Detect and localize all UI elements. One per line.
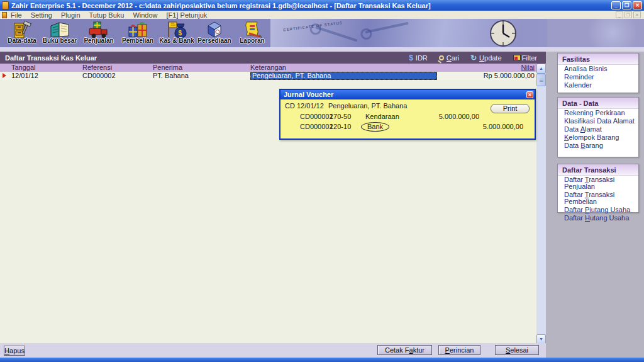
voucher-type: CD	[285, 102, 295, 110]
search-label: Cari	[447, 54, 459, 62]
perincian-button[interactable]: Perincian	[438, 345, 480, 355]
column-header-penerima[interactable]: Penerima	[153, 64, 182, 72]
minimize-button[interactable]: _	[611, 1, 621, 9]
sidebar-section-title: Daftar Transaksi	[558, 164, 638, 176]
sidebar-item-kalender[interactable]: Kalender	[558, 81, 638, 89]
line-account-code: 120-10	[330, 123, 351, 130]
globe-art	[587, 19, 638, 47]
scrollbar-thumb[interactable]	[536, 74, 546, 86]
sidebar-item-daftar-piutang-usaha[interactable]: Daftar Piutang Usaha	[558, 206, 638, 214]
toolbar-divider	[0, 47, 644, 52]
close-button[interactable]: ✕	[633, 1, 642, 9]
selesai-button[interactable]: Selesai	[495, 345, 539, 355]
vertical-scrollbar[interactable]: ▲ ▼	[536, 64, 546, 344]
cell-nilai[interactable]: Rp 5.000.000,00	[484, 72, 535, 80]
voucher-line: CD000002170-50Kendaraan5.000.000,00	[280, 113, 535, 122]
cell-tanggal[interactable]: 12/01/12	[11, 72, 38, 80]
sidebar-item-daftar-transaksi-pembelian[interactable]: Daftar Transaksi Pembelian	[558, 191, 638, 206]
transaction-table: 12/01/12CD000002PT. BahanaPengeluaran, P…	[0, 72, 536, 80]
voucher-title: Jurnal Voucher	[284, 91, 333, 98]
column-header-referensi[interactable]: Referensi	[82, 64, 112, 72]
sidebar-item-data-barang[interactable]: Data Barang	[558, 142, 638, 150]
toolbar-item-buku-besar[interactable]: Buku besar	[42, 20, 78, 47]
voucher-line: CD000002120-10Bank5.000.000,00	[280, 123, 535, 132]
table-column-header: TanggalReferensiPenerimaKeteranganNilai	[0, 64, 536, 72]
sidebar-item-reminder[interactable]: Reminder	[558, 73, 638, 81]
sidebar-item-daftar-hutang-usaha[interactable]: Daftar Hutang Usaha	[558, 214, 638, 222]
toolbar-collage-art: CERTIFICATE OF STATUS	[270, 19, 547, 47]
update-label: Update	[479, 54, 501, 62]
sidebar-item-rekening-perkiraan[interactable]: Rekening Perkiraan	[558, 109, 638, 117]
voucher-date: 12/01/12	[297, 102, 324, 110]
voucher-title-bar[interactable]: Jurnal Voucher ✕	[280, 90, 535, 99]
current-row-marker-icon	[3, 73, 6, 78]
sidebar-item-kelompok-barang[interactable]: Kelompok Barang	[558, 133, 638, 142]
toolbar-item-data-data[interactable]: Data-data	[4, 20, 40, 47]
search-icon	[439, 55, 444, 60]
line-reference: CD000002	[300, 113, 333, 120]
line-credit-amount: 5.000.000,00	[467, 123, 523, 130]
main-toolbar: CERTIFICATE OF STATUS Data-dataBuku besa…	[0, 19, 644, 47]
toolbar-item-label: Persediaan	[196, 37, 233, 44]
update-control[interactable]: ↻ Update	[470, 54, 502, 62]
menu-item-file[interactable]: File	[11, 11, 22, 19]
column-header-keterangan[interactable]: Keterangan	[250, 64, 286, 72]
filter-icon	[513, 55, 519, 61]
menu-item-tutup-buku[interactable]: Tutup Buku	[89, 11, 125, 19]
sidebar-section-daftar-transaksi: Daftar TransaksiDaftar Transaksi Penjual…	[557, 164, 639, 213]
search-control[interactable]: Cari	[439, 54, 459, 62]
clock-art-icon	[489, 20, 517, 47]
child-restore-button[interactable]: ❐	[625, 11, 632, 18]
restore-button[interactable]: ❐	[622, 1, 631, 9]
toolbar-item-label: Penjualan	[80, 37, 117, 44]
cell-referensi[interactable]: CD000002	[82, 72, 116, 80]
title-bar: Zahir Enterprise 5.1 - December 2012 - c…	[0, 0, 644, 11]
child-minimize-button[interactable]: _	[616, 11, 623, 18]
currency-control[interactable]: $ IDR	[409, 54, 428, 62]
toolbar-item-label: Kas & Bank	[158, 37, 195, 44]
menu-item-setting[interactable]: Setting	[31, 11, 52, 19]
toolbar-item-label: Pembelian	[119, 37, 156, 44]
menu-item-plugin[interactable]: Plugin	[61, 11, 80, 19]
menu-item-window[interactable]: Window	[133, 11, 157, 19]
line-reference: CD000002	[300, 123, 333, 130]
filter-control[interactable]: Filter	[513, 54, 537, 62]
key-art-icon	[365, 22, 408, 33]
cabinet-icon	[11, 20, 33, 39]
column-header-nilai[interactable]: Nilai	[521, 64, 535, 72]
hapus-button[interactable]: Hapus	[4, 346, 25, 356]
line-account-name-circled: Bank	[361, 122, 389, 132]
print-button[interactable]: Print	[491, 104, 530, 113]
toolbar-item-kas-bank[interactable]: $Kas & Bank	[158, 20, 195, 47]
svg-text:$: $	[179, 30, 182, 37]
scroll-up-button[interactable]: ▲	[536, 64, 546, 74]
sidebar-item-klasifikasi-data-alamat[interactable]: Klasifikasi Data Alamat	[558, 117, 638, 125]
cetak-faktur-button[interactable]: Cetak Faktur	[377, 345, 432, 355]
sidebar-item-analisa-bisnis[interactable]: Analisa Bisnis	[558, 65, 638, 73]
refresh-icon: ↻	[470, 54, 477, 62]
voucher-close-button[interactable]: ✕	[526, 91, 533, 98]
cell-penerima[interactable]: PT. Bahana	[153, 72, 189, 80]
toolbar-item-persediaan[interactable]: Persediaan	[196, 20, 233, 47]
inventory-box-icon	[204, 20, 225, 39]
toolbar-item-penjualan[interactable]: Penjualan	[80, 20, 117, 47]
sidebar-section-title: Data - Data	[558, 98, 638, 109]
sidebar-item-daftar-transaksi-penjualan[interactable]: Daftar Transaksi Penjualan	[558, 176, 638, 191]
sales-truck-icon	[88, 20, 109, 39]
column-header-tanggal[interactable]: Tanggal	[11, 64, 36, 72]
menu-item-f1-petunjuk[interactable]: [F1] Petunjuk	[167, 11, 208, 19]
toolbar-item-pembelian[interactable]: Pembelian	[119, 20, 156, 47]
table-row[interactable]: 12/01/12CD000002PT. BahanaPengeluaran, P…	[0, 72, 536, 80]
dollar-icon: $	[409, 54, 413, 62]
toolbar-item-label: Laporan	[234, 37, 270, 44]
window-bottom-edge	[0, 358, 644, 362]
sidebar-section-title: Fasilitas	[558, 54, 638, 65]
cell-keterangan[interactable]: Pengeluaran, PT. Bahana	[250, 72, 437, 80]
line-account-code: 170-50	[330, 113, 351, 120]
sidebar-item-data-alamat[interactable]: Data Alamat	[558, 125, 638, 133]
filter-label: Filter	[522, 54, 537, 62]
currency-label: IDR	[416, 54, 428, 62]
key-art-icon	[315, 26, 358, 42]
child-close-button[interactable]: ✕	[633, 11, 641, 18]
toolbar-item-laporan[interactable]: Laporan	[234, 20, 270, 47]
